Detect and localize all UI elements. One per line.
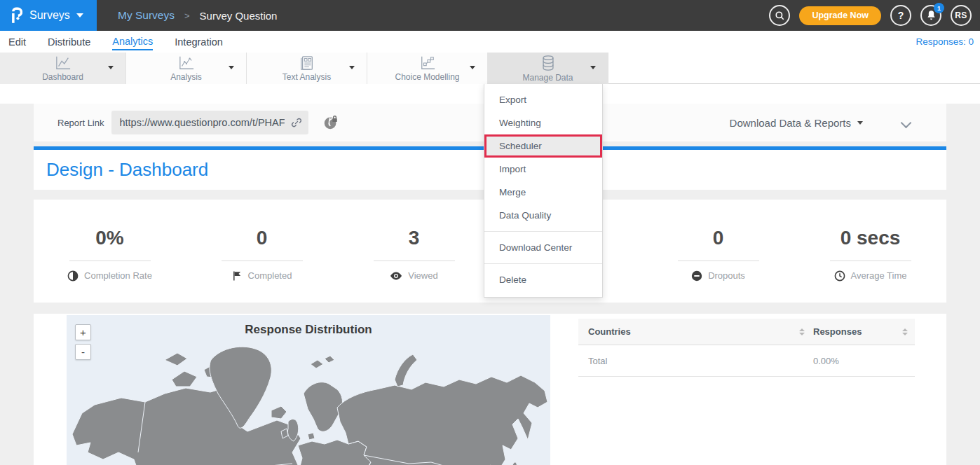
tab-text-analysis[interactable]: Text Analysis xyxy=(247,53,367,84)
menu-divider xyxy=(484,263,602,264)
tab-analysis[interactable]: Analysis xyxy=(126,53,247,84)
tab-label: Manage Data xyxy=(522,73,573,83)
download-data-reports-label: Download Data & Reports xyxy=(730,117,851,129)
stat-viewed: 3 Viewed xyxy=(338,200,490,303)
stat-divider xyxy=(222,261,303,261)
table-row-total: Total 0.00% xyxy=(578,345,915,377)
product-name: Surveys xyxy=(29,9,70,22)
tab-choice-modelling[interactable]: Choice Modelling xyxy=(367,53,488,84)
globe-lock-icon xyxy=(322,114,339,131)
stat-value: 3 xyxy=(409,227,420,254)
chevron-down-icon[interactable] xyxy=(108,66,114,69)
map-zoom-in-button[interactable]: + xyxy=(75,324,91,340)
breadcrumb: My Surveys > Survey Question xyxy=(118,9,277,22)
download-data-reports-dropdown[interactable]: Download Data & Reports xyxy=(730,117,863,129)
response-distribution-card: Response Distribution + - xyxy=(34,314,946,465)
column-header-responses[interactable]: Responses xyxy=(813,326,862,337)
chevron-down-icon xyxy=(857,121,863,125)
questionpro-logo-icon xyxy=(11,7,22,24)
survey-section-nav: Edit Distribute Analytics Integration Re… xyxy=(0,31,980,53)
analytics-toolbar: Dashboard Analysis Text Analysis xyxy=(0,53,980,84)
app-window: Surveys My Surveys > Survey Question Upg… xyxy=(0,0,980,465)
column-header-countries[interactable]: Countries xyxy=(588,326,631,337)
stat-divider xyxy=(374,261,455,261)
notifications-button[interactable]: 1 xyxy=(920,5,941,26)
menu-item-import[interactable]: Import xyxy=(484,158,602,181)
chevron-down-icon[interactable] xyxy=(229,66,234,69)
stat-value: 0 xyxy=(257,227,268,254)
tab-manage-data[interactable]: Manage Data xyxy=(488,53,608,84)
menu-divider xyxy=(484,231,602,232)
breadcrumb-separator: > xyxy=(184,11,190,21)
tab-label: Choice Modelling xyxy=(395,72,459,82)
map-zoom-controls: + - xyxy=(75,324,91,360)
link-icon[interactable] xyxy=(290,116,303,129)
line-chart-icon xyxy=(55,55,72,71)
model-chart-icon xyxy=(419,55,436,71)
search-button[interactable] xyxy=(769,5,790,26)
completion-rate-icon xyxy=(67,270,79,282)
collapse-section-chevron-icon[interactable] xyxy=(901,118,912,129)
topbar-actions: Upgrade Now ? 1 RS xyxy=(769,0,972,31)
sort-icon[interactable] xyxy=(902,328,908,335)
stat-value: 0% xyxy=(95,227,123,254)
stat-divider xyxy=(830,261,911,261)
tab-label: Text Analysis xyxy=(283,72,331,82)
table-header-row: Countries Responses xyxy=(578,319,915,345)
sort-icon[interactable] xyxy=(799,328,805,335)
menu-item-weighting[interactable]: Weighting xyxy=(484,111,602,134)
stat-label: Dropouts xyxy=(708,270,745,281)
user-avatar[interactable]: RS xyxy=(951,5,972,26)
report-privacy-button[interactable] xyxy=(322,114,339,131)
breadcrumb-my-surveys[interactable]: My Surveys xyxy=(118,9,175,22)
menu-item-scheduler[interactable]: Scheduler xyxy=(484,134,602,158)
stat-completion-rate: 0% Completion Rate xyxy=(34,200,186,303)
menu-item-data-quality[interactable]: Data Quality xyxy=(484,204,602,227)
minus-circle-icon xyxy=(691,270,702,282)
chevron-down-icon[interactable] xyxy=(590,66,596,69)
menu-item-download-center[interactable]: Download Center xyxy=(484,236,602,259)
stat-value: 0 secs xyxy=(841,227,901,254)
chevron-down-icon[interactable] xyxy=(470,66,475,69)
breadcrumb-current-survey: Survey Question xyxy=(200,10,278,22)
nav-analytics[interactable]: Analytics xyxy=(112,34,153,50)
nav-distribute[interactable]: Distribute xyxy=(48,34,90,50)
world-map[interactable] xyxy=(67,315,550,465)
stat-average-time: 0 secs Average Time xyxy=(794,200,946,303)
stat-label: Completion Rate xyxy=(84,270,152,281)
menu-item-merge[interactable]: Merge xyxy=(484,181,602,204)
report-url-wrapper xyxy=(111,111,308,134)
stat-label: Average Time xyxy=(851,270,907,281)
report-url-input[interactable] xyxy=(111,111,308,134)
chevron-down-icon[interactable] xyxy=(349,66,355,69)
map-zoom-out-button[interactable]: - xyxy=(75,344,91,360)
help-button[interactable]: ? xyxy=(890,5,911,26)
stat-label: Completed xyxy=(248,270,292,281)
stat-label: Viewed xyxy=(408,270,437,281)
nav-edit[interactable]: Edit xyxy=(8,34,26,50)
question-mark-icon: ? xyxy=(898,10,904,21)
surveys-product-menu[interactable]: Surveys xyxy=(0,0,97,31)
tab-label: Dashboard xyxy=(42,72,83,82)
eye-icon xyxy=(390,271,402,281)
menu-item-export[interactable]: Export xyxy=(484,88,602,111)
flag-icon xyxy=(232,270,243,282)
page-title: Design - Dashboard xyxy=(46,159,208,181)
stat-completed: 0 Completed xyxy=(186,200,338,303)
database-icon xyxy=(540,55,557,71)
total-responses-value: 0.00% xyxy=(813,356,839,366)
top-bar: Surveys My Surveys > Survey Question Upg… xyxy=(0,0,980,31)
nav-integration[interactable]: Integration xyxy=(175,34,223,50)
avatar-initials: RS xyxy=(955,11,967,20)
responses-count: Responses: 0 xyxy=(916,36,974,47)
tab-dashboard[interactable]: Dashboard xyxy=(0,53,126,84)
tab-label: Analysis xyxy=(170,72,202,82)
stat-divider xyxy=(678,261,759,261)
menu-item-delete[interactable]: Delete xyxy=(484,268,602,291)
world-map-panel[interactable]: Response Distribution + - xyxy=(67,315,550,465)
stat-dropouts: 0 Dropouts xyxy=(642,200,794,303)
total-label: Total xyxy=(588,356,607,366)
trend-chart-icon xyxy=(178,55,195,71)
upgrade-now-button[interactable]: Upgrade Now xyxy=(799,6,881,25)
document-icon xyxy=(299,55,315,71)
